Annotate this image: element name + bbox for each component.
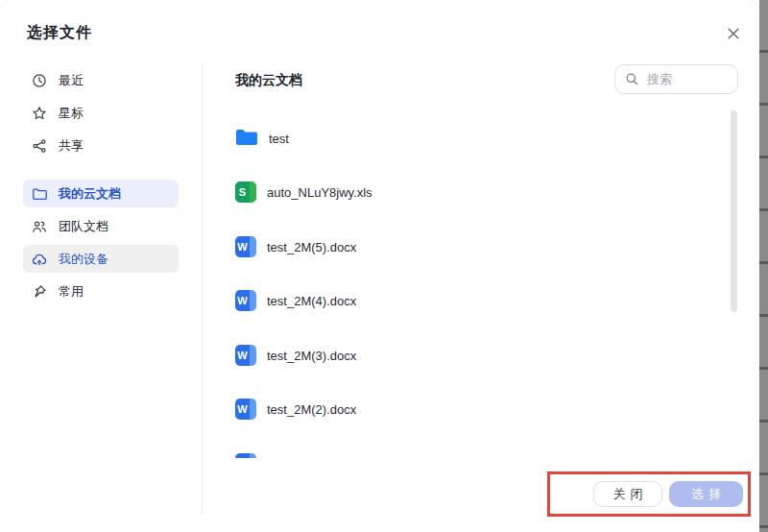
- scrollbar-thumb[interactable]: [731, 110, 737, 312]
- list-item-word-partial[interactable]: [235, 453, 267, 458]
- list-item-word[interactable]: W test_2M(3).docx: [235, 345, 356, 366]
- word-letter: W: [235, 290, 250, 311]
- sidebar-item-label: 常用: [59, 283, 84, 301]
- sidebar-item-team-docs[interactable]: 团队文档: [23, 212, 179, 240]
- word-file-icon: W: [235, 399, 256, 420]
- list-item-folder[interactable]: test: [235, 128, 289, 149]
- team-icon: [32, 219, 47, 234]
- screen: 选择文件 最近 星标 共享 我的: [0, 0, 768, 532]
- word-letter: W: [235, 236, 250, 257]
- word-letter: W: [235, 399, 250, 420]
- sidebar-item-label: 星标: [59, 105, 84, 122]
- excel-letter: S: [235, 181, 250, 203]
- share-icon: [32, 138, 47, 154]
- word-letter: W: [235, 345, 250, 366]
- file-name: test_2M(4).docx: [267, 294, 356, 308]
- word-file-icon: W: [235, 345, 256, 366]
- folder-icon: [32, 186, 47, 202]
- word-file-icon: [235, 453, 256, 458]
- sidebar-item-starred[interactable]: 星标: [23, 99, 179, 127]
- file-name: test_2M(3).docx: [267, 349, 356, 363]
- clock-icon: [32, 73, 47, 88]
- search-icon: [625, 72, 639, 86]
- sidebar-item-label: 最近: [59, 72, 84, 89]
- list-item-word[interactable]: W test_2M(5).docx: [235, 236, 356, 257]
- pin-icon: [32, 284, 47, 300]
- word-file-icon: W: [235, 236, 256, 257]
- file-name: test: [269, 132, 289, 146]
- dialog-title: 选择文件: [27, 23, 92, 43]
- close-button[interactable]: 关闭: [593, 481, 662, 507]
- folder-breadcrumb-title: 我的云文档: [235, 72, 302, 89]
- close-icon[interactable]: [722, 22, 745, 45]
- excel-file-icon: S: [235, 181, 256, 203]
- star-icon: [32, 106, 47, 121]
- sidebar-item-shared[interactable]: 共享: [23, 132, 179, 159]
- file-name: test_2M(2).docx: [267, 402, 356, 417]
- desktop-background-sliver: [759, 0, 768, 532]
- folder-file-icon: [235, 128, 258, 149]
- select-button[interactable]: 选择: [669, 481, 743, 507]
- search-input[interactable]: [647, 72, 724, 86]
- list-item-excel[interactable]: S auto_NLuY8jwy.xls: [235, 181, 372, 203]
- sidebar-item-label: 我的云文档: [59, 185, 121, 203]
- cloud-upload-icon: [32, 252, 47, 267]
- sidebar-item-label: 共享: [59, 137, 84, 155]
- sidebar-item-my-device[interactable]: 我的设备: [23, 245, 179, 273]
- sidebar-item-frequent[interactable]: 常用: [23, 278, 179, 305]
- word-letter: [235, 453, 250, 458]
- sidebar-item-label: 我的设备: [59, 251, 108, 268]
- sidebar-item-recent[interactable]: 最近: [23, 66, 179, 94]
- file-name: auto_NLuY8jwy.xls: [267, 185, 372, 200]
- sidebar-item-label: 团队文档: [59, 218, 108, 235]
- file-list: test S auto_NLuY8jwy.xls W test_2M(5).do…: [235, 128, 715, 458]
- file-picker-dialog: 选择文件 最近 星标 共享 我的: [0, 0, 759, 532]
- search-box[interactable]: [614, 64, 738, 94]
- sidebar-item-my-cloud-docs[interactable]: 我的云文档: [23, 180, 179, 207]
- word-file-icon: W: [235, 290, 256, 311]
- sidebar-divider: [202, 64, 203, 514]
- list-item-word[interactable]: W test_2M(4).docx: [235, 290, 356, 311]
- file-name: test_2M(5).docx: [267, 240, 356, 254]
- list-item-word[interactable]: W test_2M(2).docx: [235, 399, 356, 420]
